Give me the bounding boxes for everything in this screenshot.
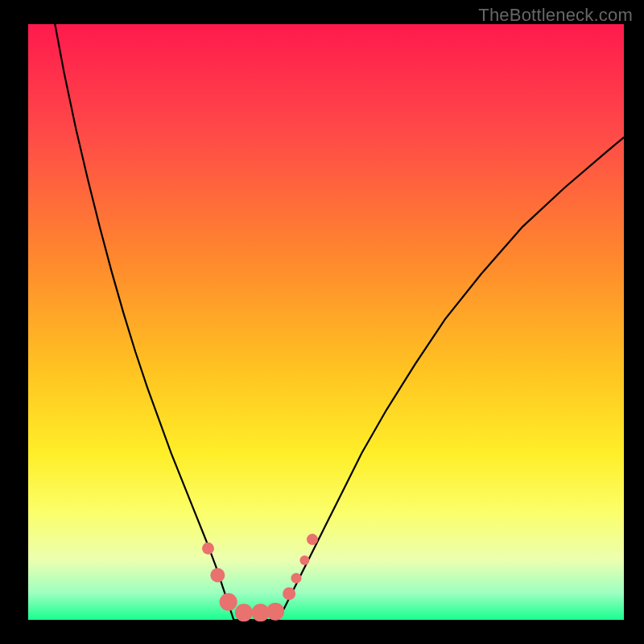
data-marker (291, 573, 302, 584)
data-marker (307, 534, 318, 545)
bottleneck-chart (0, 0, 644, 644)
data-marker (299, 555, 309, 565)
data-marker (283, 587, 295, 600)
data-marker (210, 568, 225, 583)
data-marker (220, 593, 237, 611)
chart-plot-area (28, 24, 624, 620)
chart-frame: TheBottleneck.com (0, 0, 644, 644)
data-marker (202, 543, 214, 555)
data-marker (266, 603, 284, 621)
data-marker (235, 604, 253, 621)
